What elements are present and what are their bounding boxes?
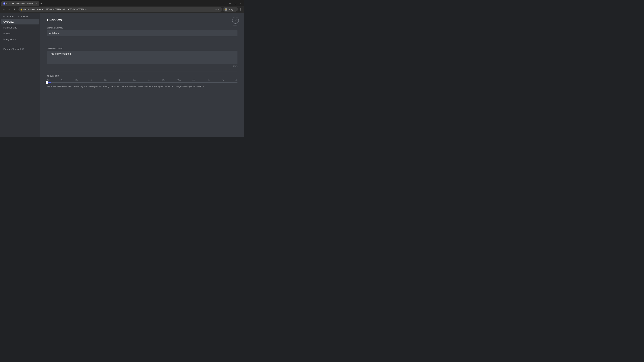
sidebar-item-permissions-label: Permissions [3, 26, 37, 29]
tick-5m: 5m [148, 79, 150, 81]
url-text: discord.com/channels/1182346851781984336… [24, 8, 214, 10]
sidebar-item-invites-label: Invites [3, 32, 37, 35]
tick-15m: 15m [177, 79, 180, 81]
trash-icon: 🗑 [22, 48, 24, 50]
page-title: Overview [47, 18, 238, 22]
minimize-button[interactable]: ─ [228, 1, 232, 5]
sidebar-item-overview-label: Overview [3, 20, 37, 23]
slowmode-slider-track[interactable] [47, 82, 238, 83]
close-button[interactable]: ✕ [239, 1, 243, 5]
tab-favicon: D [3, 2, 5, 5]
esc-circle-icon[interactable]: ✕ [232, 17, 239, 24]
browser-chrome: D • Discord | #edit-here | Moodjo... × +… [0, 0, 244, 13]
sidebar-section-title: # EDIT-HERE TEXT CHANN... [1, 15, 39, 17]
window-controls: ─ □ ✕ [228, 1, 243, 5]
incognito-icon: 🕵 [224, 8, 227, 11]
forward-button[interactable]: → [7, 7, 12, 12]
back-button[interactable]: ← [1, 7, 6, 12]
tab-collapse-button[interactable]: ⌄ [222, 1, 226, 6]
browser-action-buttons: 🕵 Incognito ⋮ [223, 7, 243, 11]
sidebar-item-integrations-label: Integrations [3, 38, 37, 41]
tick-1m: 1m [119, 79, 122, 81]
incognito-button[interactable]: 🕵 Incognito [223, 7, 238, 11]
sidebar-item-permissions[interactable]: Permissions [1, 25, 39, 30]
esc-label: ESC [234, 24, 238, 26]
delete-channel-button[interactable]: Delete Channel 🗑 [1, 46, 39, 52]
tick-off: Off [47, 79, 49, 81]
reload-button[interactable]: ↻ [13, 7, 18, 12]
tab-bar: D • Discord | #edit-here | Moodjo... × +… [0, 0, 244, 6]
tick-1h: 1h [208, 79, 210, 81]
bookmark-icon[interactable]: ☆ [215, 8, 217, 11]
new-tab-button[interactable]: + [39, 1, 44, 6]
sidebar-divider [3, 44, 38, 44]
address-bar[interactable]: 🔒 discord.com/channels/11823468517819843… [18, 7, 222, 12]
incognito-label: Incognito [228, 8, 236, 10]
channel-name-label: CHANNEL NAME [47, 27, 238, 29]
tick-5s: 5s [61, 79, 63, 81]
slowmode-slider-container: Off 5s 10s 15s 30s 1m 2m 5m 10m 15m 30m … [47, 79, 238, 83]
tick-15s: 15s [90, 79, 92, 81]
channel-topic-label: CHANNEL TOPIC [47, 47, 238, 49]
sidebar-item-integrations[interactable]: Integrations [1, 36, 39, 42]
tab-title: • Discord | #edit-here | Moodjo... [6, 2, 35, 5]
sidebar-item-overview[interactable]: Overview [1, 19, 39, 24]
browser-menu-button[interactable]: ⋮ [238, 7, 243, 11]
section-divider-1 [47, 44, 238, 44]
tab-close-button[interactable]: × [36, 2, 37, 5]
sidebar-panel-icon[interactable]: ▭ [218, 8, 220, 11]
maximize-button[interactable]: □ [234, 1, 238, 5]
content-area: ✕ ESC Overview CHANNEL NAME CHANNEL TOPI… [40, 13, 244, 137]
tick-6h: 6h [236, 79, 238, 81]
close-icon: ✕ [234, 18, 237, 22]
slider-labels: Off 5s 10s 15s 30s 1m 2m 5m 10m 15m 30m … [47, 79, 238, 81]
tick-30s: 30s [104, 79, 107, 81]
lock-icon: 🔒 [20, 8, 22, 10]
tick-30m: 30m [192, 79, 196, 81]
browser-tab-discord[interactable]: D • Discord | #edit-here | Moodjo... × [1, 1, 39, 6]
slowmode-description: Members will be restricted to sending on… [47, 85, 238, 88]
address-bar-row: ← → ↻ 🔒 discord.com/channels/11823468517… [0, 6, 244, 13]
tick-2m: 2m [133, 79, 136, 81]
settings-sidebar: # EDIT-HERE TEXT CHANN... Overview Permi… [0, 13, 40, 137]
slowmode-label: SLOWMODE [47, 75, 238, 77]
tick-2h: 2h [222, 79, 224, 81]
channel-name-input[interactable] [47, 30, 238, 36]
sidebar-item-invites[interactable]: Invites [1, 31, 39, 36]
char-count: 1005 [47, 65, 238, 67]
tick-10s: 10s [75, 79, 78, 81]
esc-button[interactable]: ✕ ESC [232, 17, 239, 26]
channel-topic-input[interactable]: This is my channel! [47, 51, 238, 64]
tab-controls-right: ⌄ [222, 1, 226, 6]
delete-channel-label: Delete Channel [3, 48, 21, 50]
slider-thumb[interactable] [46, 81, 48, 84]
section-divider-2 [47, 71, 238, 72]
main-container: # EDIT-HERE TEXT CHANN... Overview Permi… [0, 13, 244, 137]
tick-10m: 10m [162, 79, 165, 81]
